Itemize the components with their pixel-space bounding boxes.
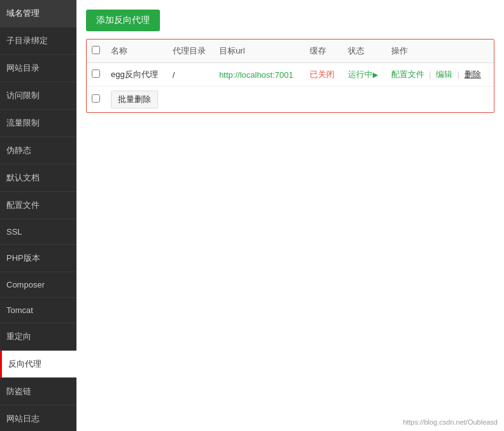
batch-checkbox[interactable] xyxy=(92,94,100,103)
row-checkbox-cell xyxy=(87,63,106,87)
sidebar-item-website-dir[interactable]: 网站目录 xyxy=(0,55,76,82)
sidebar-item-access-limit[interactable]: 访问限制 xyxy=(0,82,76,110)
select-all-checkbox[interactable] xyxy=(92,46,100,54)
proxy-table: 名称 代理目录 目标url 缓存 状态 操作 egg反向代理 / http:// xyxy=(87,40,494,112)
batch-delete-button[interactable]: 批量删除 xyxy=(111,91,158,108)
row-name: egg反向代理 xyxy=(106,63,168,87)
sidebar-item-redirect[interactable]: 重定向 xyxy=(0,323,76,351)
batch-delete-row: 批量删除 xyxy=(87,87,494,113)
proxy-table-container: 名称 代理目录 目标url 缓存 状态 操作 egg反向代理 / http:// xyxy=(86,39,494,113)
sidebar-item-fake-static[interactable]: 伪静态 xyxy=(0,137,76,164)
sidebar-item-tomcat[interactable]: Tomcat xyxy=(0,298,76,323)
edit-link[interactable]: 编辑 xyxy=(436,69,452,79)
add-reverse-proxy-button[interactable]: 添加反向代理 xyxy=(86,10,160,31)
row-status: 运行中▶ xyxy=(343,63,386,87)
table-body: egg反向代理 / http://localhost:7001 已关闭 运行中▶… xyxy=(87,63,494,113)
sidebar-item-website-log[interactable]: 网站日志 xyxy=(0,405,76,431)
batch-checkbox-cell xyxy=(87,87,106,113)
sidebar-item-flow-limit[interactable]: 流量限制 xyxy=(0,110,76,137)
row-target-url: http://localhost:7001 xyxy=(214,63,305,87)
header-cache: 缓存 xyxy=(305,40,342,63)
action-sep-1: | xyxy=(429,69,431,79)
header-status: 状态 xyxy=(343,40,386,63)
sidebar-item-reverse-proxy[interactable]: 反向代理 xyxy=(0,351,76,378)
header-checkbox-col xyxy=(87,40,106,63)
row-proxy-dir: / xyxy=(168,63,214,87)
header-actions: 操作 xyxy=(386,40,494,63)
running-status: 运行中▶ xyxy=(348,69,378,79)
row-cache: 已关闭 xyxy=(305,63,342,87)
sidebar: 域名管理子目录绑定网站目录访问限制流量限制伪静态默认文档配置文件SSLPHP版本… xyxy=(0,0,76,431)
main-content: 添加反向代理 名称 代理目录 目标url 缓存 状态 操作 xyxy=(76,0,504,431)
play-icon: ▶ xyxy=(373,71,378,78)
sidebar-item-config-file[interactable]: 配置文件 xyxy=(0,192,76,219)
target-url-link[interactable]: http://localhost:7001 xyxy=(219,70,293,80)
action-sep-2: | xyxy=(457,69,459,79)
sidebar-item-anti-leech[interactable]: 防盗链 xyxy=(0,378,76,405)
sidebar-item-ssl[interactable]: SSL xyxy=(0,219,76,245)
table-row: egg反向代理 / http://localhost:7001 已关闭 运行中▶… xyxy=(87,63,494,87)
row-actions: 配置文件 | 编辑 | 删除 xyxy=(386,63,494,87)
header-name: 名称 xyxy=(106,40,168,63)
sidebar-item-composer[interactable]: Composer xyxy=(0,272,76,298)
sidebar-item-subdomain-bind[interactable]: 子目录绑定 xyxy=(0,27,76,55)
batch-delete-cell: 批量删除 xyxy=(106,87,494,113)
row-checkbox[interactable] xyxy=(92,69,100,78)
table-header: 名称 代理目录 目标url 缓存 状态 操作 xyxy=(87,40,494,63)
watermark: https://blog.csdn.net/Oubleasd xyxy=(403,418,498,426)
sidebar-item-php-version[interactable]: PHP版本 xyxy=(0,245,76,272)
cache-status: 已关闭 xyxy=(310,69,335,79)
delete-link[interactable]: 删除 xyxy=(464,69,481,79)
header-proxy-dir: 代理目录 xyxy=(168,40,214,63)
header-target-url: 目标url xyxy=(214,40,305,63)
sidebar-item-domain-mgmt[interactable]: 域名管理 xyxy=(0,0,76,27)
sidebar-item-default-doc[interactable]: 默认文档 xyxy=(0,164,76,192)
config-file-link[interactable]: 配置文件 xyxy=(391,69,424,79)
